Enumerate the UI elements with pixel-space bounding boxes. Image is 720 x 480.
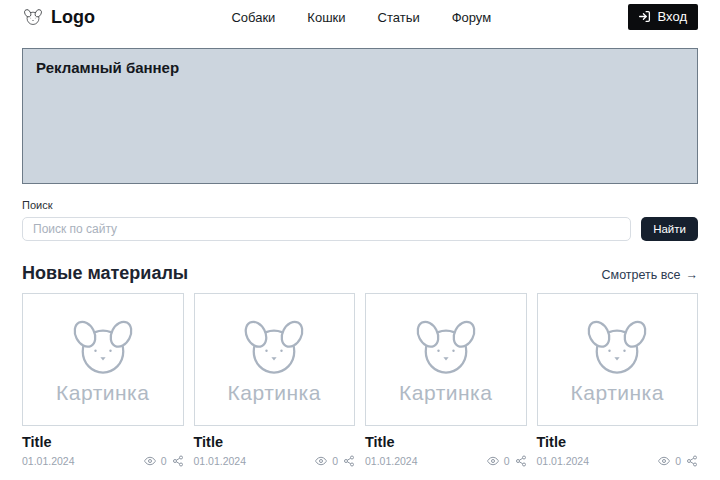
views-eye-icon	[487, 455, 499, 467]
card-stats: 0	[315, 455, 355, 467]
views-count: 0	[504, 455, 510, 467]
materials-title: Новые материалы	[22, 263, 188, 284]
search-button[interactable]: Найти	[641, 217, 698, 241]
views-eye-icon	[315, 455, 327, 467]
card-image-placeholder[interactable]: Картинка	[194, 293, 356, 426]
search-section: Поиск Найти	[22, 199, 698, 241]
logo-text: Logo	[51, 7, 95, 28]
card-title[interactable]: Title	[22, 434, 184, 450]
card-date: 01.01.2024	[537, 455, 590, 467]
image-placeholder-label: Картинка	[571, 381, 664, 405]
share-icon[interactable]	[172, 455, 184, 467]
material-card: Картинка Title 01.01.2024 0	[537, 293, 699, 467]
dog-face-icon	[65, 314, 141, 380]
card-title[interactable]: Title	[365, 434, 527, 450]
image-placeholder-label: Картинка	[228, 381, 321, 405]
card-title[interactable]: Title	[537, 434, 699, 450]
main-nav: Собаки Кошки Статьи Форум	[95, 10, 628, 25]
materials-header: Новые материалы Смотреть все →	[22, 263, 698, 284]
card-image-placeholder[interactable]: Картинка	[365, 293, 527, 426]
card-meta: 01.01.2024 0	[537, 455, 699, 467]
view-all-label: Смотреть все	[602, 268, 681, 282]
dog-logo-icon	[22, 7, 44, 27]
card-date: 01.01.2024	[365, 455, 418, 467]
search-input[interactable]	[22, 217, 631, 241]
view-all-link[interactable]: Смотреть все →	[602, 268, 698, 282]
card-date: 01.01.2024	[22, 455, 75, 467]
arrow-right-icon: →	[686, 268, 699, 282]
material-card: Картинка Title 01.01.2024 0	[194, 293, 356, 467]
card-image-placeholder[interactable]: Картинка	[22, 293, 184, 426]
share-icon[interactable]	[686, 455, 698, 467]
page: Logo Собаки Кошки Статьи Форум Вход Рекл…	[0, 1, 720, 467]
image-placeholder-label: Картинка	[56, 381, 149, 405]
search-label: Поиск	[22, 199, 698, 211]
material-card: Картинка Title 01.01.2024 0	[22, 293, 184, 467]
views-eye-icon	[144, 455, 156, 467]
dog-face-icon	[579, 314, 655, 380]
nav-item-dogs[interactable]: Собаки	[231, 10, 275, 25]
share-icon[interactable]	[343, 455, 355, 467]
material-card: Картинка Title 01.01.2024 0	[365, 293, 527, 467]
card-meta: 01.01.2024 0	[194, 455, 356, 467]
card-stats: 0	[144, 455, 184, 467]
dog-face-icon	[236, 314, 312, 380]
card-title[interactable]: Title	[194, 434, 356, 450]
card-meta: 01.01.2024 0	[22, 455, 184, 467]
nav-item-articles[interactable]: Статьи	[378, 10, 420, 25]
card-stats: 0	[658, 455, 698, 467]
materials-grid: Картинка Title 01.01.2024 0	[22, 293, 698, 467]
nav-item-forum[interactable]: Форум	[452, 10, 492, 25]
card-stats: 0	[487, 455, 527, 467]
card-date: 01.01.2024	[194, 455, 247, 467]
views-eye-icon	[658, 455, 670, 467]
dog-face-icon	[408, 314, 484, 380]
login-arrow-icon	[638, 10, 651, 23]
image-placeholder-label: Картинка	[399, 381, 492, 405]
views-count: 0	[675, 455, 681, 467]
views-count: 0	[332, 455, 338, 467]
site-header: Logo Собаки Кошки Статьи Форум Вход	[22, 1, 698, 33]
site-logo[interactable]: Logo	[22, 7, 95, 28]
nav-item-cats[interactable]: Кошки	[307, 10, 345, 25]
ad-banner-text: Рекламный баннер	[36, 59, 179, 76]
ad-banner[interactable]: Рекламный баннер	[22, 48, 698, 184]
share-icon[interactable]	[515, 455, 527, 467]
card-image-placeholder[interactable]: Картинка	[537, 293, 699, 426]
card-meta: 01.01.2024 0	[365, 455, 527, 467]
login-button[interactable]: Вход	[628, 4, 698, 30]
login-label: Вход	[658, 9, 687, 24]
views-count: 0	[161, 455, 167, 467]
search-row: Найти	[22, 217, 698, 241]
